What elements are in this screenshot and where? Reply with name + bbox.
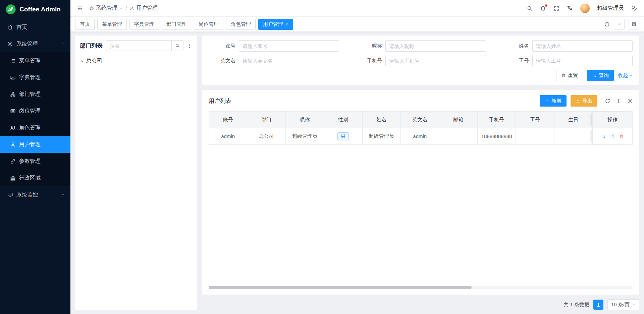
sidebar-item-admin-region[interactable]: 行政区域 [0,170,70,186]
field-label: 手机号 [355,58,382,64]
nickname-input[interactable] [385,40,486,52]
tab-home[interactable]: 首页 [75,19,95,30]
breadcrumb-label: 用户管理 [136,5,158,12]
sidebar-item-system-monitor[interactable]: 系统监控 [0,186,70,203]
user-avatar[interactable] [580,4,590,13]
scrollbar-thumb[interactable] [209,286,472,289]
settings-gear-icon[interactable] [631,5,637,11]
coffee-logo-icon [5,4,16,15]
tab-label: 首页 [80,21,90,27]
column-header: 英文名 [400,112,439,128]
sidebar-item-parameter-management[interactable]: 参数管理 [0,153,70,170]
caret-right-icon[interactable] [80,60,84,63]
download-icon [576,99,580,103]
tab-actions-dropdown[interactable] [614,19,625,29]
sidebar-item-role-management[interactable]: 角色管理 [0,119,70,136]
tab-role-management[interactable]: 角色管理 [226,19,256,30]
tree-node-head-office[interactable]: 总公司 [80,55,193,67]
sidebar-item-label: 字典管理 [19,74,41,81]
phone-input[interactable] [385,55,486,66]
column-header-actions: 操作 [592,112,632,128]
sidebar-item-user-management[interactable]: 用户管理 [0,136,70,153]
trash-icon [561,73,566,78]
page-number-button[interactable]: 1 [593,300,603,310]
tab-menu-management[interactable]: 菜单管理 [97,19,127,30]
main-area: 系统管理 / 用户管理 超级管理员 [70,0,644,314]
sidebar-item-label: 参数管理 [19,158,41,165]
breadcrumb-system-management[interactable]: 系统管理 [89,5,123,12]
tab-label: 岗位管理 [199,21,219,27]
field-label: 昵称 [355,43,382,49]
pagination-total: 共 1 条数据 [564,302,589,308]
horizontal-scrollbar[interactable] [209,286,633,289]
tab-post-management[interactable]: 岗位管理 [194,19,223,30]
gender-tag: 男 [337,132,349,140]
cell-gender: 男 [324,128,362,144]
department-panel-header: 部门列表 [80,40,193,51]
collapse-filter-link[interactable]: 收起 [618,72,633,79]
row-action-icons [601,134,624,139]
app-logo: Coffee Admin [0,0,70,19]
edit-icon[interactable] [610,134,615,139]
sidebar-item-dictionary-management[interactable]: 字典管理 [0,69,70,86]
sidebar-item-label: 部门管理 [19,91,41,98]
cell-job-number [516,128,554,144]
search-icon[interactable] [527,5,533,11]
column-header: 工号 [516,112,554,128]
column-settings-icon[interactable] [616,98,622,104]
fullscreen-icon[interactable] [553,5,559,11]
field-name: 姓名 [502,40,633,52]
sidebar-item-post-management[interactable]: 岗位管理 [0,103,70,119]
field-english-name: 英文名 [209,55,339,66]
view-icon[interactable] [601,134,606,139]
department-search-button[interactable] [171,40,183,51]
reset-button[interactable]: 重置 [556,70,583,81]
sidebar-item-menu-management[interactable]: 菜单管理 [0,52,70,69]
tab-department-management[interactable]: 部门管理 [162,19,191,30]
english-name-input[interactable] [239,55,339,66]
refresh-icon[interactable] [604,21,610,27]
field-label: 姓名 [502,43,529,49]
query-button[interactable]: 查询 [587,70,614,81]
department-search-input[interactable] [106,40,171,51]
user-table: 账号 部门 昵称 性别 姓名 英文名 邮箱 手机号 工号 生日 操作 [209,111,633,145]
tab-close-icon[interactable] [285,22,288,26]
column-header: 部门 [247,112,285,128]
column-header: 姓名 [362,112,400,128]
sidebar-item-system-management[interactable]: 系统管理 [0,36,70,52]
tab-user-management[interactable]: 用户管理 [258,19,293,30]
user-list-panel: 用户列表 新增 导出 [202,90,639,295]
layout-icon[interactable] [629,19,639,29]
badge-icon [10,108,16,114]
breadcrumb-label: 系统管理 [96,5,117,12]
cell-phone: 18888888888 [477,128,516,144]
refresh-icon[interactable] [605,98,610,104]
chevron-up-icon [629,74,633,77]
name-input[interactable] [532,40,633,52]
more-options-icon[interactable] [187,43,193,49]
delete-icon[interactable] [619,134,624,139]
field-account: 账号 [209,40,339,52]
table-settings-gear-icon[interactable] [627,98,633,104]
sidebar-item-home[interactable]: 首页 [0,19,70,36]
sidebar-item-department-management[interactable]: 部门管理 [0,86,70,103]
column-header: 账号 [209,112,247,128]
tab-dictionary-management[interactable]: 字典管理 [129,19,159,30]
page-size-select[interactable]: 10 条/页 [607,299,639,310]
bank-icon [10,175,16,181]
add-user-button[interactable]: 新增 [540,95,567,107]
current-user-name[interactable]: 超级管理员 [597,5,624,12]
user-list-title: 用户列表 [209,97,231,105]
user-icon [10,142,16,147]
notification-bell-icon[interactable] [540,5,546,11]
translate-icon[interactable] [567,5,573,11]
export-button[interactable]: 导出 [571,95,597,107]
job-number-input[interactable] [532,55,633,66]
breadcrumb-user-management[interactable]: 用户管理 [129,5,158,12]
menu-fold-icon[interactable] [77,5,83,11]
right-column: 账号 昵称 姓名 英文名 [202,36,639,310]
link-icon [10,159,16,164]
pagination: 共 1 条数据 1 10 条/页 [202,299,639,310]
sidebar-item-label: 系统监控 [16,191,38,198]
account-input[interactable] [239,40,339,52]
